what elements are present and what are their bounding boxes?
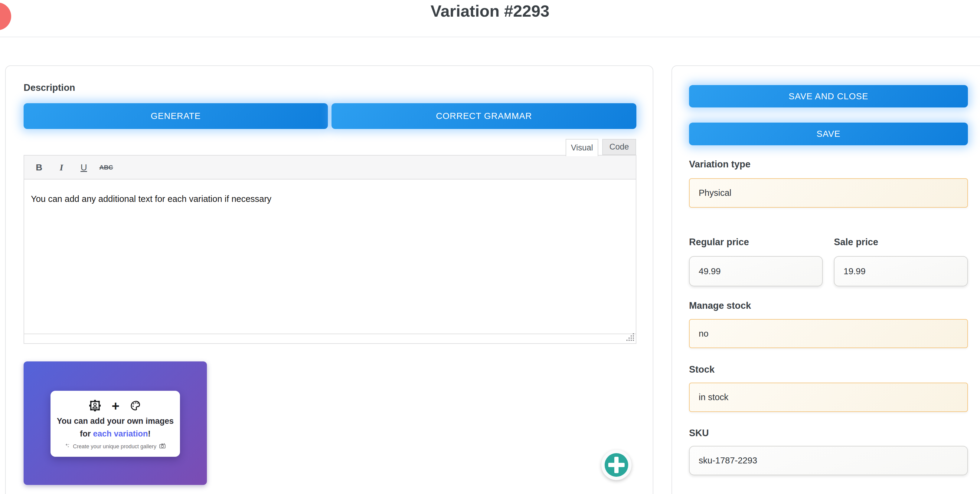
underline-icon[interactable]: U	[75, 159, 93, 176]
promo-headline-line2: for each variation!	[51, 429, 180, 438]
regular-price-label: Regular price	[689, 237, 749, 248]
strikethrough-icon[interactable]: ABC	[97, 159, 116, 176]
editor-toolbar: B I U ABC	[24, 156, 636, 180]
variation-images-promo-card: + You can add your own images for each v…	[24, 362, 207, 485]
header-divider	[0, 37, 980, 37]
editor-textarea[interactable]: You can add any additional text for each…	[24, 180, 636, 333]
sku-input[interactable]: sku-1787-2293	[689, 446, 968, 475]
promo-icons-row: +	[51, 399, 180, 413]
generate-button[interactable]: GENERATE	[24, 103, 328, 129]
sku-label: SKU	[689, 428, 709, 438]
sale-price-label: Sale price	[834, 237, 878, 248]
palette-icon	[130, 400, 142, 413]
regular-price-input[interactable]: 49.99	[689, 256, 823, 286]
add-image-button[interactable]	[601, 450, 632, 480]
save-button[interactable]: SAVE	[689, 123, 968, 145]
stock-label: Stock	[689, 364, 714, 375]
manage-stock-select[interactable]: no	[689, 319, 968, 348]
stock-select[interactable]: in stock	[689, 382, 968, 412]
variation-type-label: Variation type	[689, 159, 751, 170]
manage-stock-label: Manage stock	[689, 300, 751, 311]
sparkles-icon	[65, 443, 70, 450]
promo-inner-card: + You can add your own images for each v…	[51, 391, 180, 457]
save-and-close-button[interactable]: SAVE AND CLOSE	[689, 85, 968, 107]
editor-statusbar	[24, 333, 636, 343]
page-title: Variation #2293	[0, 1, 980, 21]
italic-icon[interactable]: I	[52, 159, 71, 176]
variation-type-select[interactable]: Physical	[689, 178, 968, 208]
promo-highlight: each variation	[93, 429, 148, 438]
resize-handle-icon[interactable]	[627, 333, 634, 343]
framed-picture-icon	[89, 399, 101, 413]
promo-headline-line1: You can add your own images	[51, 416, 180, 426]
promo-subtext-row: Create your unique product gallery	[51, 443, 180, 451]
tab-visual[interactable]: Visual	[566, 139, 598, 156]
camera-icon	[159, 443, 166, 451]
bold-icon[interactable]: B	[30, 159, 48, 176]
plus-icon: +	[111, 400, 119, 412]
correct-grammar-button[interactable]: CORRECT GRAMMAR	[331, 103, 636, 129]
promo-subtext: Create your unique product gallery	[73, 443, 156, 450]
description-label: Description	[24, 82, 75, 93]
tab-code[interactable]: Code	[602, 139, 636, 155]
description-editor: B I U ABC You can add any additional tex…	[24, 155, 636, 344]
sale-price-input[interactable]: 19.99	[834, 256, 968, 286]
